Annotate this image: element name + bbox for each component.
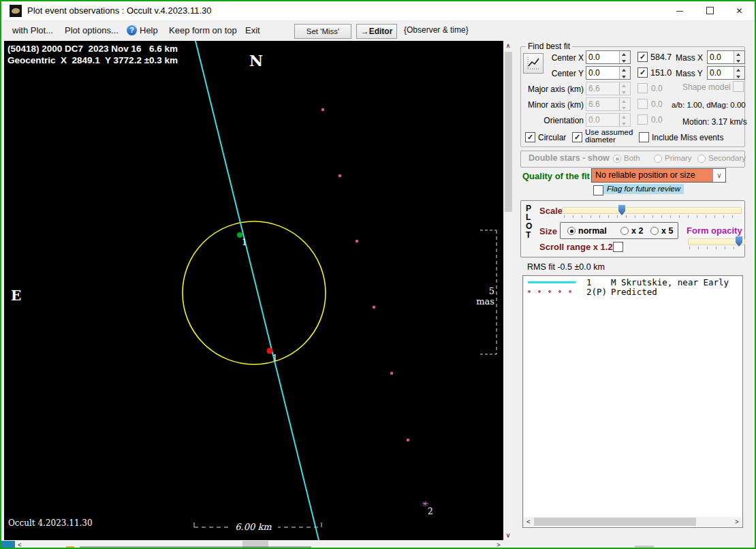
plot-version-label: Occult 4.2023.11.30 bbox=[8, 518, 93, 528]
dropdown-arrow-icon[interactable]: ∨ bbox=[712, 169, 725, 182]
spinner-arrows[interactable] bbox=[734, 67, 744, 79]
legend-horizontal-scrollbar[interactable]: < > bbox=[524, 517, 742, 527]
scale-label: Scale bbox=[539, 206, 563, 216]
legend-item-name: Predicted bbox=[611, 287, 657, 297]
menu-plot-options[interactable]: Plot options... bbox=[65, 25, 119, 35]
vertical-scroll-thumb[interactable] bbox=[505, 52, 512, 212]
east-label: E bbox=[11, 287, 21, 304]
orientation-alt-checkbox bbox=[637, 114, 648, 125]
plot-canvas[interactable]: ✳ (50418) 2000 DC7 2023 Nov 16 6.6 km Ge… bbox=[4, 41, 503, 540]
double-stars-title: Double stars - show bbox=[529, 153, 610, 163]
find-best-fit-title: Find best fit bbox=[526, 42, 572, 51]
scroll-up-icon[interactable]: ∧ bbox=[503, 41, 513, 50]
offset-x-checkbox[interactable]: ✓ bbox=[637, 52, 648, 62]
background-window-fragment bbox=[635, 546, 654, 549]
editor-button[interactable]: →Editor bbox=[356, 24, 397, 39]
predicted-path-dot bbox=[356, 240, 359, 243]
shape-model-label: Shape model bbox=[682, 82, 731, 92]
center-x-spinner[interactable]: 0.0 bbox=[586, 50, 631, 64]
help-icon[interactable]: ? bbox=[127, 25, 137, 35]
spinner-arrows[interactable] bbox=[619, 67, 630, 79]
menu-help[interactable]: Help bbox=[140, 25, 158, 35]
scroll-left-icon[interactable]: < bbox=[15, 540, 25, 549]
legend-scroll-thumb[interactable] bbox=[534, 518, 696, 526]
plot-title-line2: Geocentric X 2849.1 Y 3772.2 ±0.3 km bbox=[7, 55, 178, 65]
observations-listbox[interactable]: 1 M Skrutskie, near Early 2(P) Predicted… bbox=[522, 275, 743, 528]
asteroid-limb-circle bbox=[183, 221, 326, 364]
minimize-button[interactable] bbox=[664, 1, 695, 20]
north-label: N bbox=[249, 52, 263, 69]
size-label: Size bbox=[539, 226, 557, 236]
use-assumed-checkbox[interactable]: ✓ bbox=[572, 132, 582, 142]
mass-y-spinner[interactable]: 0.0 bbox=[707, 66, 745, 80]
mass-y-label: Mass Y bbox=[676, 69, 703, 78]
flag-review-checkbox[interactable] bbox=[593, 185, 603, 195]
spinner-arrows bbox=[619, 114, 630, 126]
scalebar-label: 6.00 km bbox=[229, 522, 278, 532]
double-both-label: Both bbox=[624, 154, 640, 162]
opacity-slider-ticks bbox=[689, 247, 742, 249]
menu-exit[interactable]: Exit bbox=[245, 25, 260, 35]
chord-end-point-label: 1 bbox=[272, 354, 278, 363]
spinner-arrows bbox=[619, 82, 630, 95]
offset-y-value: 151.0 bbox=[650, 68, 672, 78]
offset-y-checkbox[interactable]: ✓ bbox=[637, 67, 648, 78]
scroll-right-icon[interactable]: > bbox=[732, 517, 742, 527]
shape-model-checkbox bbox=[733, 81, 744, 92]
scroll-right-icon[interactable]: > bbox=[494, 540, 503, 549]
ab-dmag-text: a/b: 1.00, dMag: 0.00 bbox=[672, 101, 746, 109]
horizontal-scroll-thumb[interactable] bbox=[242, 541, 268, 549]
size-normal-label: normal bbox=[578, 226, 607, 236]
predicted-marker-label: 2 bbox=[428, 507, 433, 516]
scroll-left-icon[interactable]: < bbox=[524, 517, 533, 527]
legend-item-name: M Skrutskie, near Early bbox=[611, 277, 729, 287]
predicted-path-dot bbox=[373, 306, 376, 309]
quality-combobox[interactable]: No reliable position or size ∨ bbox=[591, 168, 726, 183]
circular-checkbox[interactable]: ✓ bbox=[525, 132, 535, 142]
scale-slider-track[interactable] bbox=[562, 207, 742, 214]
predicted-path-dot bbox=[390, 372, 394, 375]
spinner-arrows bbox=[619, 98, 630, 110]
menu-with-plot[interactable]: with Plot... bbox=[12, 25, 53, 35]
size-normal-radio[interactable] bbox=[567, 227, 576, 235]
double-both-radio bbox=[613, 155, 621, 163]
minor-axis-alt-checkbox bbox=[637, 99, 648, 109]
center-y-label: Center Y bbox=[529, 69, 584, 78]
motion-text: Motion: 3.17 km/s bbox=[682, 117, 747, 127]
center-x-label: Center X bbox=[529, 53, 584, 63]
orientation-alt-value: 0.0 bbox=[651, 115, 663, 125]
spinner-arrows[interactable] bbox=[734, 51, 744, 63]
menu-keep-on-top[interactable]: Keep form on top bbox=[169, 25, 237, 35]
orientation-value: 0.0 bbox=[586, 114, 619, 126]
legend-item-num: 1 bbox=[586, 277, 592, 287]
predicted-path-dot bbox=[321, 108, 325, 112]
plot-horizontal-scrollbar[interactable]: < > bbox=[4, 540, 503, 549]
plot-vertical-scrollbar[interactable]: ∧ ∨ bbox=[503, 41, 514, 540]
legend-item-num: 2(P) bbox=[586, 287, 607, 297]
maximize-button[interactable] bbox=[695, 1, 725, 20]
size-x2-label: x 2 bbox=[631, 226, 643, 236]
size-x5-label: x 5 bbox=[661, 226, 673, 236]
set-miss-times-button[interactable]: Set 'Miss' Times bbox=[294, 24, 351, 39]
scroll-range-checkbox[interactable] bbox=[613, 242, 623, 252]
orientation-label: Orientation bbox=[519, 116, 584, 125]
center-y-spinner[interactable]: 0.0 bbox=[586, 66, 631, 80]
minor-axis-spinner: 6.6 bbox=[586, 97, 631, 111]
size-x5-radio[interactable] bbox=[650, 227, 659, 235]
menu-bar: with Plot... Plot options... ? Help Keep… bbox=[3, 21, 755, 41]
use-assumed-label: Use assumed diameter bbox=[585, 129, 635, 144]
mass-x-spinner[interactable]: 0.0 bbox=[707, 50, 745, 64]
include-miss-checkbox[interactable] bbox=[639, 132, 649, 142]
chord-start-dot bbox=[237, 232, 242, 238]
close-button[interactable]: ✕ bbox=[724, 1, 755, 20]
quality-label: Quality of the fit bbox=[522, 171, 590, 181]
double-secondary-radio bbox=[697, 155, 706, 163]
size-x2-radio[interactable] bbox=[620, 227, 629, 235]
spinner-arrows[interactable] bbox=[619, 51, 630, 63]
predicted-path-dot bbox=[407, 439, 410, 442]
orientation-spinner: 0.0 bbox=[586, 113, 631, 127]
minor-axis-alt-value: 0.0 bbox=[651, 99, 663, 109]
maximize-icon bbox=[706, 7, 714, 14]
scroll-down-icon[interactable]: ∨ bbox=[503, 531, 513, 540]
scroll-range-label: Scroll range x 1.25 bbox=[539, 242, 618, 252]
